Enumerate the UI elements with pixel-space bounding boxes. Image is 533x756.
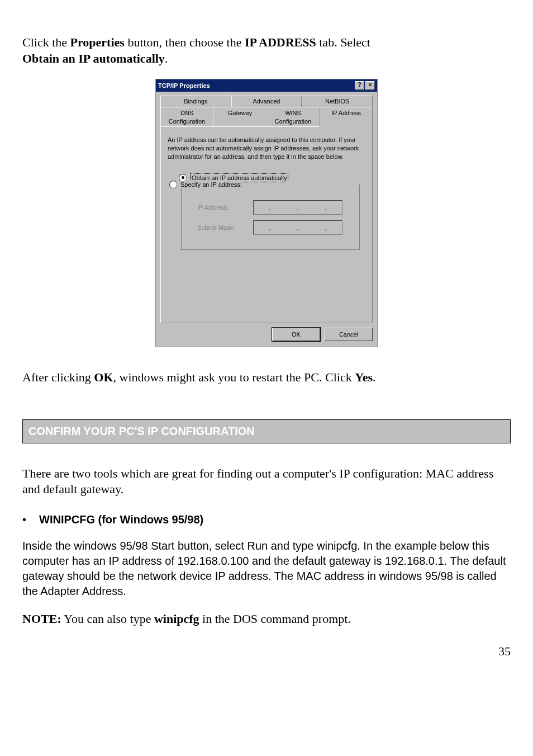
info-text: An IP address can be automatically assig…	[168, 136, 365, 161]
winipcfg-paragraph: Inside the windows 95/98 Start button, s…	[22, 538, 511, 599]
subnet-mask-label: Subnet Mask:	[197, 224, 244, 231]
note-paragraph: NOTE: You can also type winipcfg in the …	[22, 611, 511, 627]
cancel-button[interactable]: Cancel	[325, 328, 373, 341]
tab-panel: An IP address can be automatically assig…	[160, 126, 373, 323]
tab-advanced[interactable]: Advanced	[231, 95, 302, 107]
ip-address-input[interactable]: ...	[253, 200, 342, 215]
subnet-mask-input[interactable]: ...	[253, 220, 342, 235]
radio-unselected-icon[interactable]	[169, 181, 177, 188]
tab-bindings[interactable]: Bindings	[160, 95, 231, 107]
help-icon[interactable]: ?	[355, 81, 364, 90]
tcpip-properties-dialog: TCP/IP Properties ? × Bindings Advanced …	[155, 79, 378, 347]
radio-specify-label: Specify an IP address:	[180, 181, 242, 188]
bullet-winipcfg: WINIPCFG (for Windows 95/98)	[22, 512, 511, 527]
tab-wins-configuration[interactable]: WINS Configuration	[266, 107, 320, 127]
ok-button[interactable]: OK	[272, 328, 320, 341]
tab-gateway[interactable]: Gateway	[213, 107, 266, 127]
intro-paragraph: Click the Properties button, then choose…	[22, 35, 511, 67]
tab-ip-address[interactable]: IP Address	[320, 107, 373, 127]
dialog-titlebar: TCP/IP Properties ? ×	[156, 79, 377, 92]
specify-ip-group: Specify an IP address: IP Address: ... S…	[181, 185, 360, 250]
after-paragraph: After clicking OK, windows might ask you…	[22, 370, 511, 386]
tools-paragraph: There are two tools which are great for …	[22, 466, 511, 498]
tab-netbios[interactable]: NetBIOS	[302, 95, 373, 107]
ip-address-label: IP Address:	[197, 204, 244, 211]
section-heading: CONFIRM YOUR PC'S IP CONFIGURATION	[22, 419, 511, 443]
page-number: 35	[22, 644, 511, 660]
tab-dns-configuration[interactable]: DNS Configuration	[160, 107, 213, 127]
subnet-mask-row: Subnet Mask: ...	[197, 220, 350, 235]
ip-address-row: IP Address: ...	[197, 200, 350, 215]
dialog-title: TCP/IP Properties	[158, 82, 210, 89]
close-icon[interactable]: ×	[365, 81, 375, 90]
